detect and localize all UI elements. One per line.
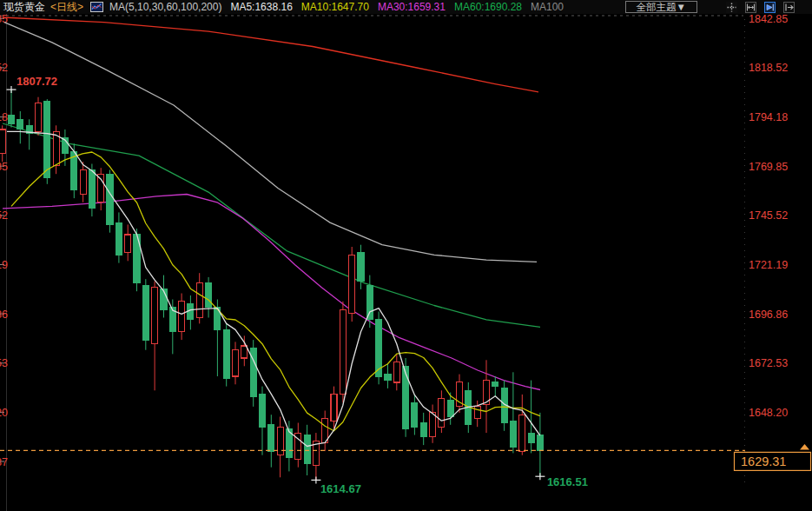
ma5-value: MA5:1638.16 bbox=[230, 1, 292, 14]
last-price-arrow-marker bbox=[800, 444, 809, 450]
candle-body bbox=[447, 401, 453, 417]
candle-body bbox=[420, 423, 426, 437]
candle-body bbox=[393, 362, 399, 382]
trading-chart-window: 1842.851842.851818.521818.521794.181794.… bbox=[0, 0, 812, 511]
y-axis-label-left-fragment: 1696.86 bbox=[0, 309, 8, 321]
y-axis-label-left-fragment: 1745.52 bbox=[0, 209, 8, 222]
ma60-value: MA60:1690.28 bbox=[454, 1, 522, 14]
candle-body bbox=[36, 103, 42, 132]
candle-body bbox=[537, 435, 543, 451]
chart-header: 现货黄金 <日线> MA(5,10,30,60,100,200) MA5:163… bbox=[0, 0, 812, 14]
candle-body bbox=[233, 350, 239, 376]
y-axis-label-left-fragment: 1648.20 bbox=[0, 407, 8, 419]
candle-body bbox=[9, 116, 15, 123]
candle-body bbox=[510, 421, 516, 447]
candle-body bbox=[519, 415, 525, 451]
candle-body bbox=[98, 174, 104, 202]
price-annotation: 1614.67 bbox=[320, 482, 361, 495]
ma200-line bbox=[3, 17, 538, 92]
crosshair-icon[interactable] bbox=[726, 2, 737, 13]
ma100-line bbox=[4, 23, 537, 262]
candle-body bbox=[492, 382, 498, 387]
price-annotation: 1807.72 bbox=[17, 75, 57, 88]
y-axis-label: 1794.18 bbox=[749, 111, 788, 123]
candle-body bbox=[223, 329, 229, 378]
y-axis-label: 1721.19 bbox=[749, 259, 788, 271]
candle-body bbox=[80, 170, 86, 195]
y-axis-label: 1745.52 bbox=[749, 209, 788, 222]
all-themes-dropdown[interactable]: 全部主题▼ bbox=[625, 1, 697, 13]
chart-line-icon[interactable] bbox=[90, 2, 104, 12]
last-price-label: 1629.31 bbox=[741, 455, 786, 468]
y-axis-label-left-fragment: 1769.85 bbox=[0, 161, 8, 173]
candle-body bbox=[44, 101, 50, 177]
candle-body bbox=[304, 435, 310, 464]
candle-body bbox=[142, 285, 149, 340]
candle-body bbox=[403, 366, 409, 428]
price-chart[interactable]: 1842.851842.851818.521818.521794.181794.… bbox=[0, 0, 812, 511]
candle-body bbox=[439, 399, 445, 428]
axis-adjust-icon[interactable] bbox=[745, 2, 756, 13]
y-axis-label-left-fragment: 1721.19 bbox=[0, 259, 8, 271]
candle-body bbox=[107, 174, 113, 224]
y-axis-label-left-fragment: 1794.18 bbox=[0, 111, 8, 123]
candle-body bbox=[331, 395, 337, 421]
y-axis-label-left-fragment: 1672.53 bbox=[0, 357, 8, 369]
ma10-value: MA10:1647.70 bbox=[301, 1, 369, 14]
y-axis-label: 1672.53 bbox=[749, 357, 788, 369]
y-axis-label-left-fragment: 1623.87 bbox=[0, 456, 8, 468]
candle-body bbox=[366, 285, 373, 320]
symbol-name: 现货黄金 bbox=[3, 1, 45, 14]
candle-body bbox=[412, 402, 418, 427]
candle-body bbox=[188, 303, 194, 320]
candle-body bbox=[116, 222, 122, 255]
pointer-tool-icon[interactable] bbox=[764, 2, 776, 13]
candle-body bbox=[474, 407, 480, 419]
candle-body bbox=[196, 283, 202, 318]
candle-body bbox=[179, 302, 185, 332]
ma-group-label: MA(5,10,30,60,100,200) bbox=[109, 1, 221, 14]
y-axis-label: 1696.86 bbox=[749, 309, 788, 321]
candle-body bbox=[349, 255, 355, 314]
candle-body bbox=[528, 433, 534, 443]
candle-body bbox=[152, 288, 158, 344]
y-axis-label-left-fragment: 1818.52 bbox=[0, 62, 8, 74]
candle-body bbox=[430, 413, 436, 437]
period-label: <日线> bbox=[50, 1, 83, 14]
ma30-value: MA30:1659.31 bbox=[378, 1, 446, 14]
candle-body bbox=[358, 253, 364, 282]
y-axis-label: 1769.85 bbox=[749, 161, 788, 173]
candle-body bbox=[125, 235, 131, 253]
y-axis-label: 1842.85 bbox=[749, 13, 788, 25]
candle-body bbox=[268, 425, 274, 451]
y-axis-label: 1818.52 bbox=[749, 62, 788, 74]
price-annotation: 1616.51 bbox=[547, 475, 588, 488]
candle-body bbox=[89, 170, 95, 209]
candle-body bbox=[17, 119, 23, 129]
candle-body bbox=[260, 395, 266, 427]
candle-body bbox=[385, 375, 391, 381]
candle-body bbox=[0, 129, 5, 154]
ma30-line bbox=[3, 195, 540, 390]
export-icon[interactable] bbox=[783, 2, 795, 13]
y-axis-label: 1648.20 bbox=[749, 407, 788, 419]
ma100-label: MA100 bbox=[531, 1, 564, 14]
candle-body bbox=[206, 283, 212, 308]
candle-body bbox=[340, 309, 346, 395]
